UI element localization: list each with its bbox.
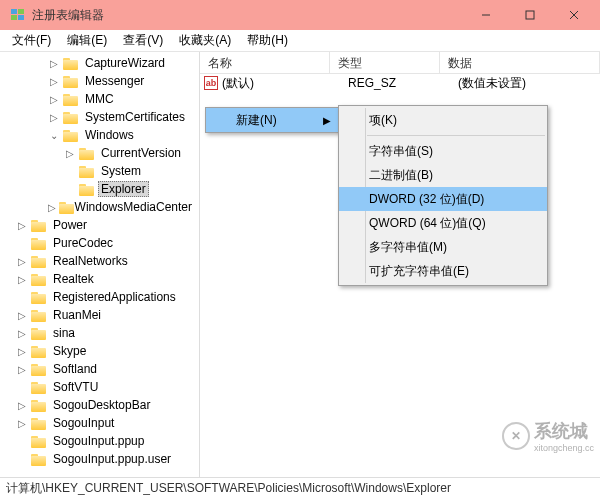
tree-item[interactable]: ▷RuanMei <box>0 306 199 324</box>
menubar: 文件(F) 编辑(E) 查看(V) 收藏夹(A) 帮助(H) <box>0 30 600 52</box>
tree-item-label: Messenger <box>82 74 147 88</box>
tree-expander-icon[interactable]: ▷ <box>16 418 28 429</box>
maximize-button[interactable] <box>508 0 552 30</box>
tree-expander-icon[interactable]: ▷ <box>48 202 56 213</box>
tree-expander-icon[interactable]: ▷ <box>48 112 60 123</box>
tree-item[interactable]: ▷SystemCertificates <box>0 108 199 126</box>
folder-icon <box>31 291 47 304</box>
list-header: 名称 类型 数据 <box>200 52 600 74</box>
tree-expander-icon[interactable]: ⌄ <box>48 130 60 141</box>
tree-item[interactable]: ▷RealNetworks <box>0 252 199 270</box>
tree-item[interactable]: ▷MMC <box>0 90 199 108</box>
tree-item-label: Realtek <box>50 272 97 286</box>
tree-expander-icon[interactable]: ▷ <box>48 76 60 87</box>
menu-edit[interactable]: 编辑(E) <box>59 30 115 51</box>
tree-item-label: SogouInput <box>50 416 117 430</box>
tree-expander-icon[interactable]: ▷ <box>48 94 60 105</box>
folder-icon <box>31 399 47 412</box>
context-menu-item[interactable]: 字符串值(S) <box>339 139 547 163</box>
tree-item[interactable]: ▷Messenger <box>0 72 199 90</box>
folder-icon <box>31 237 47 250</box>
tree-item[interactable]: PureCodec <box>0 234 199 252</box>
folder-icon <box>31 309 47 322</box>
context-menu-label: DWORD (32 位)值(D) <box>369 191 484 208</box>
tree-item-label: SoftVTU <box>50 380 101 394</box>
context-menu-item-new[interactable]: 新建(N) ▶ <box>206 108 339 132</box>
menu-file[interactable]: 文件(F) <box>4 30 59 51</box>
tree-expander-icon[interactable]: ▷ <box>16 274 28 285</box>
tree-pane[interactable]: ▷CaptureWizard▷Messenger▷MMC▷SystemCerti… <box>0 52 200 477</box>
context-menu-item[interactable]: DWORD (32 位)值(D) <box>339 187 547 211</box>
tree-item[interactable]: ▷CurrentVersion <box>0 144 199 162</box>
menu-favorites[interactable]: 收藏夹(A) <box>171 30 239 51</box>
folder-icon <box>31 381 47 394</box>
context-menu-secondary: 项(K)字符串值(S)二进制值(B)DWORD (32 位)值(D)QWORD … <box>338 105 548 286</box>
watermark-icon: ✕ <box>502 422 530 450</box>
context-menu-item[interactable]: 可扩充字符串值(E) <box>339 259 547 283</box>
tree-item[interactable]: ▷SogouInput <box>0 414 199 432</box>
tree-item[interactable]: System <box>0 162 199 180</box>
tree-expander-icon[interactable]: ▷ <box>16 220 28 231</box>
context-menu-item[interactable]: 多字符串值(M) <box>339 235 547 259</box>
column-header-name[interactable]: 名称 <box>200 52 330 73</box>
tree-item-label: sina <box>50 326 78 340</box>
content-area: ▷CaptureWizard▷Messenger▷MMC▷SystemCerti… <box>0 52 600 477</box>
tree-item-label: SogouInput.ppup.user <box>50 452 174 466</box>
tree-item[interactable]: ▷SogouDesktopBar <box>0 396 199 414</box>
statusbar-path: 计算机\HKEY_CURRENT_USER\SOFTWARE\Policies\… <box>6 480 451 497</box>
close-button[interactable] <box>552 0 596 30</box>
tree-item[interactable]: SogouInput.ppup.user <box>0 450 199 468</box>
tree-item-label: Explorer <box>98 181 149 197</box>
tree-item-label: CaptureWizard <box>82 56 168 70</box>
tree-item[interactable]: ▷WindowsMediaCenter <box>0 198 199 216</box>
column-header-data[interactable]: 数据 <box>440 52 600 73</box>
folder-icon <box>63 57 79 70</box>
folder-icon <box>79 183 95 196</box>
menu-help[interactable]: 帮助(H) <box>239 30 296 51</box>
tree-item[interactable]: SoftVTU <box>0 378 199 396</box>
tree-expander-icon[interactable]: ▷ <box>16 310 28 321</box>
tree-item[interactable]: ▷Realtek <box>0 270 199 288</box>
tree-expander-icon[interactable]: ▷ <box>16 328 28 339</box>
tree-expander-icon[interactable]: ▷ <box>64 148 76 159</box>
context-menu-label: QWORD (64 位)值(Q) <box>369 215 486 232</box>
string-value-icon: ab <box>204 76 218 90</box>
list-row[interactable]: ab (默认) REG_SZ (数值未设置) <box>200 74 600 92</box>
context-menu-item[interactable]: QWORD (64 位)值(Q) <box>339 211 547 235</box>
folder-icon <box>31 417 47 430</box>
folder-icon <box>79 147 95 160</box>
tree-item[interactable]: SogouInput.ppup <box>0 432 199 450</box>
tree-expander-icon[interactable]: ▷ <box>16 400 28 411</box>
tree-item-label: RealNetworks <box>50 254 131 268</box>
tree-expander-icon[interactable]: ▷ <box>16 256 28 267</box>
folder-icon <box>63 129 79 142</box>
context-menu-primary: 新建(N) ▶ <box>205 107 340 133</box>
svg-rect-1 <box>18 9 24 14</box>
tree-item[interactable]: Explorer <box>0 180 199 198</box>
tree-item[interactable]: ▷Skype <box>0 342 199 360</box>
tree-item-label: Windows <box>82 128 137 142</box>
tree-expander-icon[interactable]: ▷ <box>48 58 60 69</box>
folder-icon <box>31 345 47 358</box>
tree-item-label: RegisteredApplications <box>50 290 179 304</box>
tree-item[interactable]: ▷Power <box>0 216 199 234</box>
context-menu-item[interactable]: 项(K) <box>339 108 547 132</box>
context-menu-label: 项(K) <box>369 112 397 129</box>
tree-item[interactable]: ▷Softland <box>0 360 199 378</box>
list-pane: 名称 类型 数据 ab (默认) REG_SZ (数值未设置) 新建(N) ▶ … <box>200 52 600 477</box>
context-menu-item[interactable]: 二进制值(B) <box>339 163 547 187</box>
tree-item[interactable]: ▷CaptureWizard <box>0 54 199 72</box>
tree-item[interactable]: ▷sina <box>0 324 199 342</box>
tree-expander-icon[interactable]: ▷ <box>16 346 28 357</box>
tree-item[interactable]: RegisteredApplications <box>0 288 199 306</box>
menu-view[interactable]: 查看(V) <box>115 30 171 51</box>
tree-item-label: MMC <box>82 92 117 106</box>
tree-expander-icon[interactable]: ▷ <box>16 364 28 375</box>
folder-icon <box>31 255 47 268</box>
minimize-button[interactable] <box>464 0 508 30</box>
tree-item[interactable]: ⌄Windows <box>0 126 199 144</box>
value-data: (数值未设置) <box>454 75 596 92</box>
value-type: REG_SZ <box>344 76 454 90</box>
column-header-type[interactable]: 类型 <box>330 52 440 73</box>
submenu-arrow-icon: ▶ <box>323 115 331 126</box>
